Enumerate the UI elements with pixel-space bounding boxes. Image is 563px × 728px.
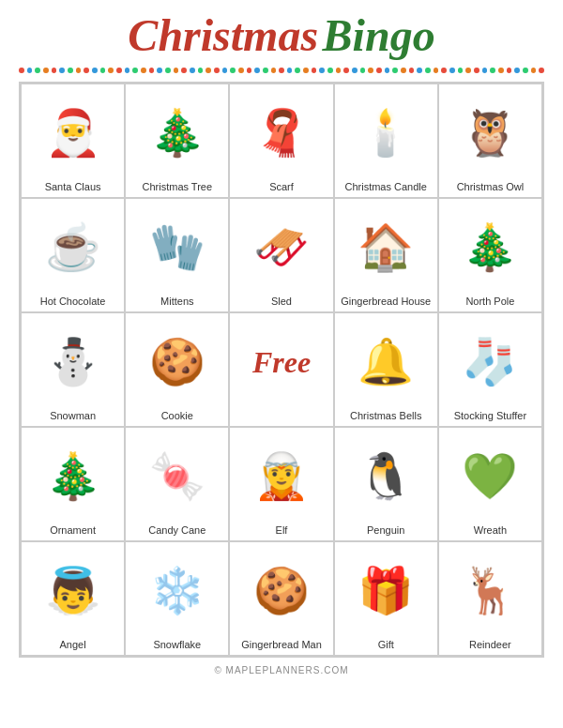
cell-icon-penguin: 🐧 (337, 432, 435, 523)
cell-icon-christmas-tree: 🎄 (128, 88, 226, 179)
cell-icon-north-pole: 🎄 (441, 203, 540, 294)
cell-icon-sled: 🛷 (232, 203, 330, 294)
cell-label-gingerbread-man: Gingerbread Man (241, 639, 322, 651)
cell-label-hot-chocolate: Hot Chocolate (40, 296, 106, 308)
cell-label-angel: Angel (60, 639, 86, 651)
bingo-cell-cookie[interactable]: 🍪Cookie (125, 312, 229, 427)
bingo-cell-reindeer[interactable]: 🦌Reindeer (438, 541, 542, 656)
cell-label-snowflake: Snowflake (153, 639, 201, 651)
bingo-cell-christmas-tree[interactable]: 🎄Christmas Tree (125, 83, 229, 198)
cell-label-christmas-bells: Christmas Bells (350, 410, 421, 422)
cell-icon-cookie: 🍪 (128, 317, 226, 408)
bingo-cell-candy-cane[interactable]: 🍬Candy Cane (125, 427, 229, 541)
cell-icon-christmas-candle: 🕯️ (337, 88, 435, 179)
bingo-cell-ornament[interactable]: 🎄Ornament (21, 427, 125, 541)
bingo-cell-free[interactable]: FreeFREE (229, 312, 333, 427)
cell-icon-reindeer: 🦌 (441, 546, 540, 637)
cell-icon-wreath: 💚 (441, 432, 540, 523)
cell-label-elf: Elf (276, 524, 288, 537)
bingo-cell-christmas-bells[interactable]: 🔔Christmas Bells (334, 312, 438, 427)
cell-icon-christmas-bells: 🔔 (337, 317, 435, 408)
bingo-cell-mittens[interactable]: 🧤Mittens (125, 198, 229, 312)
cell-label-wreath: Wreath (474, 524, 507, 537)
decorative-dotted-line (19, 67, 544, 74)
free-space-label: Free (252, 317, 311, 408)
cell-icon-angel: 👼 (23, 546, 122, 637)
footer-text: © MAPLEPLANNERS.COM (214, 665, 348, 675)
cell-icon-ornament: 🎄 (23, 432, 122, 523)
cell-label-gingerbread-house: Gingerbread House (341, 296, 431, 308)
page-title: Christmas Bingo (128, 9, 434, 61)
title-part2: Bingo (323, 10, 435, 60)
cell-label-mittens: Mittens (160, 296, 193, 308)
cell-label-reindeer: Reindeer (469, 639, 511, 651)
cell-label-christmas-tree: Christmas Tree (143, 181, 213, 193)
bingo-cell-christmas-candle[interactable]: 🕯️Christmas Candle (334, 83, 438, 198)
cell-icon-stocking-stuffer: 🧦 (441, 317, 540, 408)
cell-label-cookie: Cookie (161, 410, 193, 422)
cell-label-north-pole: North Pole (465, 296, 514, 308)
cell-label-sled: Sled (271, 296, 292, 308)
cell-label-ornament: Ornament (50, 524, 96, 537)
cell-label-christmas-candle: Christmas Candle (344, 181, 426, 193)
cell-icon-gingerbread-man: 🍪 (232, 546, 330, 637)
cell-label-candy-cane: Candy Cane (148, 524, 205, 537)
bingo-cell-gingerbread-man[interactable]: 🍪Gingerbread Man (229, 541, 333, 656)
bingo-cell-sled[interactable]: 🛷Sled (229, 198, 333, 312)
bingo-cell-christmas-owl[interactable]: 🦉Christmas Owl (438, 83, 542, 198)
bingo-cell-snowflake[interactable]: ❄️Snowflake (125, 541, 229, 656)
cell-label-scarf: Scarf (269, 181, 294, 193)
cell-icon-gift: 🎁 (337, 546, 435, 637)
cell-icon-christmas-owl: 🦉 (441, 88, 540, 179)
bingo-cell-angel[interactable]: 👼Angel (21, 541, 125, 656)
bingo-cell-north-pole[interactable]: 🎄North Pole (438, 198, 542, 312)
bingo-cell-gingerbread-house[interactable]: 🏠Gingerbread House (334, 198, 438, 312)
cell-icon-snowflake: ❄️ (128, 546, 226, 637)
cell-icon-mittens: 🧤 (128, 203, 226, 294)
cell-icon-santa-claus: 🎅 (23, 88, 122, 179)
bingo-cell-scarf[interactable]: 🧣Scarf (229, 83, 333, 198)
cell-icon-snowman: ⛄ (23, 317, 122, 408)
bingo-cell-santa-claus[interactable]: 🎅Santa Claus (21, 83, 125, 198)
cell-label-penguin: Penguin (367, 524, 404, 537)
cell-label-gift: Gift (378, 639, 394, 651)
bingo-cell-wreath[interactable]: 💚Wreath (438, 427, 542, 541)
bingo-grid: 🎅Santa Claus🎄Christmas Tree🧣Scarf🕯️Chris… (19, 82, 544, 658)
bingo-cell-penguin[interactable]: 🐧Penguin (334, 427, 438, 541)
title-part1: Christmas (128, 10, 318, 60)
bingo-cell-elf[interactable]: 🧝Elf (229, 427, 333, 541)
cell-icon-hot-chocolate: ☕ (23, 203, 122, 294)
cell-icon-scarf: 🧣 (232, 88, 330, 179)
bingo-cell-gift[interactable]: 🎁Gift (334, 541, 438, 656)
bingo-cell-snowman[interactable]: ⛄Snowman (21, 312, 125, 427)
cell-label-christmas-owl: Christmas Owl (457, 181, 525, 193)
cell-icon-candy-cane: 🍬 (128, 432, 226, 523)
cell-icon-elf: 🧝 (232, 432, 330, 523)
bingo-cell-hot-chocolate[interactable]: ☕Hot Chocolate (21, 198, 125, 312)
cell-label-snowman: Snowman (50, 410, 96, 422)
cell-icon-gingerbread-house: 🏠 (337, 203, 435, 294)
cell-label-santa-claus: Santa Claus (45, 181, 101, 193)
bingo-cell-stocking-stuffer[interactable]: 🧦Stocking Stuffer (438, 312, 542, 427)
cell-label-stocking-stuffer: Stocking Stuffer (454, 410, 526, 422)
